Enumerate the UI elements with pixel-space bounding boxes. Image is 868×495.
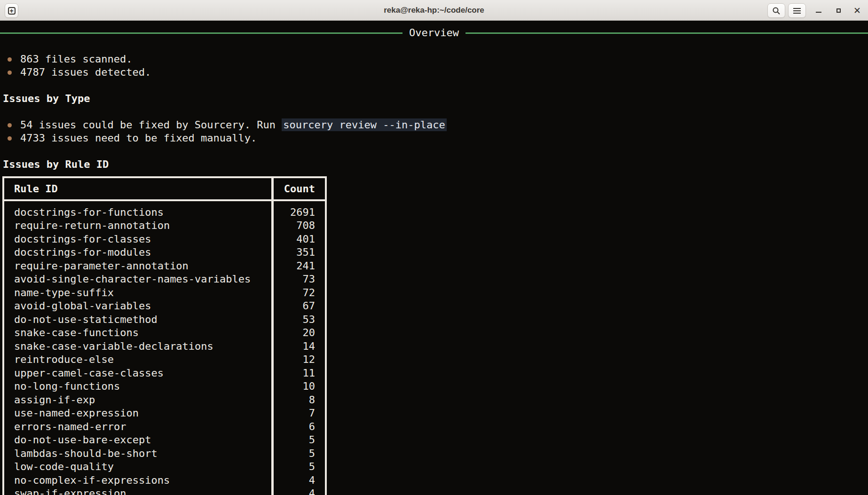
fixable-issues-pre: 54 issues could be fixed by Sourcery. Ru… <box>20 119 282 131</box>
table-row: avoid-single-character-names-variables73 <box>3 273 326 286</box>
table-row: docstrings-for-modules351 <box>3 246 326 259</box>
table-row: reintroduce-else12 <box>3 353 326 367</box>
count-cell: 11 <box>272 367 326 380</box>
issues-by-rule-heading: Issues by Rule ID <box>0 158 868 171</box>
rule-id-cell: assign-if-exp <box>3 393 272 407</box>
rule-id-cell: docstrings-for-classes <box>3 233 272 246</box>
rule-id-cell: name-type-suffix <box>3 286 272 300</box>
count-cell: 67 <box>272 299 326 313</box>
search-icon <box>772 7 781 15</box>
table-row: snake-case-functions20 <box>3 326 326 340</box>
table-row: avoid-global-variables67 <box>3 299 326 313</box>
rule-line-right <box>466 32 868 34</box>
count-cell: 5 <box>272 447 326 461</box>
count-cell: 12 <box>272 353 326 367</box>
count-cell: 72 <box>272 286 326 300</box>
rule-id-cell: docstrings-for-modules <box>3 246 272 259</box>
count-column-header: Count <box>272 177 326 200</box>
bullet-icon <box>8 57 12 62</box>
rule-id-cell: lambdas-should-be-short <box>3 447 272 461</box>
titlebar: + reka@reka-hp:~/code/core ✕ <box>0 0 868 21</box>
table-row: errors-named-error6 <box>3 420 326 434</box>
menu-button[interactable] <box>788 3 806 18</box>
table-row: assign-if-exp8 <box>3 393 326 407</box>
table-row: name-type-suffix72 <box>3 286 326 300</box>
table-row: require-parameter-annotation241 <box>3 259 326 273</box>
rule-line-left <box>0 32 402 34</box>
rule-id-cell: use-named-expression <box>3 407 272 420</box>
table-row: use-named-expression7 <box>3 407 326 420</box>
terminal-output[interactable]: Overview 863 files scanned. 4787 issues … <box>0 21 868 495</box>
rule-id-cell: avoid-single-character-names-variables <box>3 273 272 286</box>
minimize-icon <box>816 12 821 13</box>
rule-id-cell: do-not-use-staticmethod <box>3 313 272 327</box>
rule-id-cell: no-long-functions <box>3 380 272 393</box>
table-row: low-code-quality5 <box>3 460 326 474</box>
rule-id-cell: swap-if-expression <box>3 487 272 495</box>
count-cell: 708 <box>272 219 326 233</box>
rule-id-cell: avoid-global-variables <box>3 299 272 313</box>
search-button[interactable] <box>767 3 785 18</box>
maximize-icon <box>836 8 841 13</box>
count-cell: 5 <box>272 460 326 474</box>
table-row: docstrings-for-classes401 <box>3 233 326 246</box>
rule-id-cell: no-complex-if-expressions <box>3 474 272 487</box>
table-row: lambdas-should-be-short5 <box>3 447 326 461</box>
count-cell: 241 <box>272 259 326 273</box>
count-cell: 401 <box>272 233 326 246</box>
rule-id-cell: upper-camel-case-classes <box>3 367 272 380</box>
table-row: upper-camel-case-classes11 <box>3 367 326 380</box>
list-item: 863 files scanned. <box>0 53 868 66</box>
rule-id-cell: reintroduce-else <box>3 353 272 367</box>
count-cell: 10 <box>272 380 326 393</box>
count-cell: 73 <box>272 273 326 286</box>
close-button[interactable]: ✕ <box>850 0 864 21</box>
files-scanned-text: 863 files scanned. <box>20 53 132 66</box>
count-cell: 4 <box>272 474 326 487</box>
minimize-button[interactable] <box>812 0 826 21</box>
table-row: do-not-use-bare-except5 <box>3 433 326 447</box>
count-cell: 351 <box>272 246 326 259</box>
bullet-icon <box>8 123 12 127</box>
rule-id-column-header: Rule ID <box>3 177 272 200</box>
list-item: 4733 issues need to be fixed manually. <box>0 132 868 145</box>
list-item: 4787 issues detected. <box>0 66 868 79</box>
count-cell: 4 <box>272 487 326 495</box>
table-row: docstrings-for-functions2691 <box>3 200 326 219</box>
count-cell: 6 <box>272 420 326 434</box>
maximize-button[interactable] <box>831 0 845 21</box>
issues-detected-text: 4787 issues detected. <box>20 66 151 79</box>
count-cell: 14 <box>272 340 326 354</box>
terminal-window: + reka@reka-hp:~/code/core ✕ Overview <box>0 0 868 495</box>
hamburger-icon <box>793 10 801 11</box>
rule-id-cell: low-code-quality <box>3 460 272 474</box>
overview-rule: Overview <box>0 26 868 39</box>
count-cell: 8 <box>272 393 326 407</box>
rule-table-body: docstrings-for-functions2691require-retu… <box>3 200 326 495</box>
table-header-row: Rule ID Count <box>3 177 326 200</box>
count-cell: 20 <box>272 326 326 340</box>
issues-by-rule-table: Rule ID Count docstrings-for-functions26… <box>2 176 327 495</box>
overview-title: Overview <box>409 26 459 39</box>
fixable-issues-text: 54 issues could be fixed by Sourcery. Ru… <box>20 118 447 132</box>
count-cell: 53 <box>272 313 326 327</box>
rule-id-cell: require-return-annotation <box>3 219 272 233</box>
table-row: no-long-functions10 <box>3 380 326 393</box>
window-title: reka@reka-hp:~/code/core <box>0 0 868 21</box>
bullet-icon <box>8 71 12 75</box>
table-row: snake-case-variable-declarations14 <box>3 340 326 354</box>
rule-id-cell: snake-case-variable-declarations <box>3 340 272 354</box>
bullet-icon <box>8 136 12 141</box>
rule-id-cell: errors-named-error <box>3 420 272 434</box>
rule-id-cell: docstrings-for-functions <box>3 200 272 219</box>
list-item: 54 issues could be fixed by Sourcery. Ru… <box>0 118 868 132</box>
table-row: do-not-use-staticmethod53 <box>3 313 326 327</box>
rule-id-cell: snake-case-functions <box>3 326 272 340</box>
count-cell: 5 <box>272 433 326 447</box>
rule-id-cell: do-not-use-bare-except <box>3 433 272 447</box>
issues-by-type-heading: Issues by Type <box>0 92 868 105</box>
count-cell: 2691 <box>272 200 326 219</box>
count-cell: 7 <box>272 407 326 420</box>
rule-id-cell: require-parameter-annotation <box>3 259 272 273</box>
table-row: no-complex-if-expressions4 <box>3 474 326 487</box>
